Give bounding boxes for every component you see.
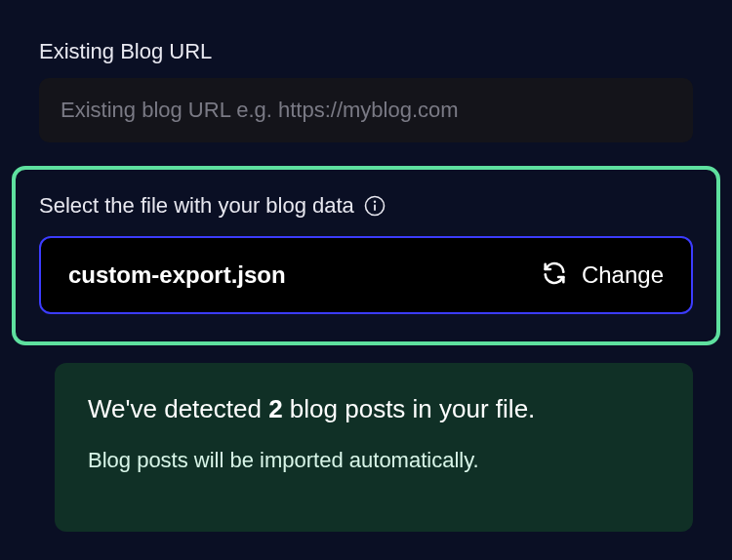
change-file-label: Change [582,261,664,289]
status-prefix: We've detected [88,394,268,423]
status-suffix: blog posts in your file. [283,394,536,423]
existing-blog-url-section: Existing Blog URL [39,39,693,142]
existing-blog-url-label: Existing Blog URL [39,39,693,64]
import-status-headline: We've detected 2 blog posts in your file… [88,394,660,424]
file-select-label-row: Select the file with your blog data [39,193,693,219]
refresh-icon [541,260,568,291]
selected-filename: custom-export.json [68,261,286,289]
svg-rect-2 [374,205,376,212]
selected-file-box: custom-export.json Change [39,236,693,314]
import-status-sub: Blog posts will be imported automaticall… [88,448,660,473]
status-count: 2 [268,394,282,423]
svg-point-1 [374,201,376,203]
file-select-highlight-box: Select the file with your blog data cust… [12,166,720,345]
import-status-panel: We've detected 2 blog posts in your file… [55,363,693,532]
info-icon[interactable] [364,195,386,217]
existing-blog-url-input[interactable] [39,78,693,142]
change-file-button[interactable]: Change [541,260,664,291]
file-select-label: Select the file with your blog data [39,193,354,219]
